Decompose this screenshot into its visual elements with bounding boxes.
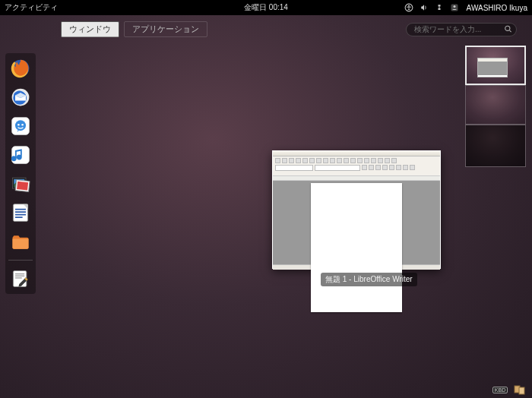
svg-rect-25 [15, 273, 24, 274]
svg-point-6 [505, 26, 510, 30]
activities-button[interactable]: アクティビティ [5, 2, 58, 13]
search-wrap [406, 23, 517, 36]
svg-point-5 [453, 5, 455, 8]
svg-rect-26 [15, 276, 24, 276]
dock-item-banshee[interactable] [8, 143, 33, 167]
search-input[interactable] [406, 23, 517, 36]
svg-point-1 [408, 5, 410, 7]
svg-rect-21 [15, 211, 26, 213]
document-page [311, 183, 402, 312]
workspace-1[interactable] [465, 46, 526, 85]
accessibility-icon[interactable] [404, 3, 413, 12]
workspace-2[interactable] [465, 85, 526, 125]
svg-rect-22 [15, 214, 26, 216]
svg-rect-20 [15, 209, 26, 210]
keyboard-indicator-icon[interactable]: KBD [494, 384, 506, 395]
window-page-area [273, 181, 440, 264]
message-tray: KBD [494, 384, 526, 395]
network-icon[interactable] [435, 3, 444, 12]
tray-applet-icon[interactable] [514, 384, 526, 395]
system-status-area: AWASHIRO Ikuya [404, 3, 527, 12]
window-titlebar [273, 151, 440, 156]
dock-item-shotwell[interactable] [8, 172, 33, 196]
dock-separator [8, 260, 33, 261]
svg-rect-18 [17, 182, 28, 191]
dock [5, 53, 36, 294]
clock[interactable]: 金曜日 00:14 [244, 2, 288, 13]
window-toolbar [273, 156, 440, 176]
workspace-switcher [465, 46, 526, 167]
svg-rect-2 [438, 5, 440, 6]
tab-windows[interactable]: ウィンドウ [61, 21, 119, 37]
svg-point-10 [15, 120, 26, 131]
svg-rect-23 [15, 216, 23, 218]
svg-rect-27 [15, 277, 22, 278]
workspace-mini-window [477, 58, 508, 77]
dock-item-firefox[interactable] [8, 56, 33, 81]
kbd-label: KBD [492, 387, 508, 393]
svg-rect-29 [519, 387, 524, 394]
svg-rect-3 [438, 8, 440, 10]
user-avatar-icon[interactable] [450, 3, 459, 12]
tab-applications[interactable]: アプリケーション [124, 21, 207, 37]
top-panel: アクティビティ 金曜日 00:14 AWASHIRO Ikuya [0, 0, 532, 15]
search-icon [504, 24, 512, 34]
workspace-3[interactable] [465, 125, 526, 167]
window-thumbnail-libreoffice[interactable] [272, 150, 441, 269]
dock-item-libreoffice-writer[interactable] [8, 201, 33, 225]
svg-point-12 [21, 124, 24, 126]
volume-icon[interactable] [420, 3, 429, 12]
dock-item-gedit[interactable] [8, 267, 33, 291]
user-menu[interactable]: AWASHIRO Ikuya [465, 4, 527, 12]
dock-item-nautilus[interactable] [8, 229, 33, 254]
dock-item-empathy[interactable] [8, 114, 33, 138]
svg-point-11 [17, 124, 20, 126]
window-label: 無題 1 - LibreOffice Writer [321, 273, 417, 286]
dock-item-thunderbird[interactable] [8, 85, 33, 109]
overview-bar: ウィンドウ アプリケーション [61, 21, 517, 37]
